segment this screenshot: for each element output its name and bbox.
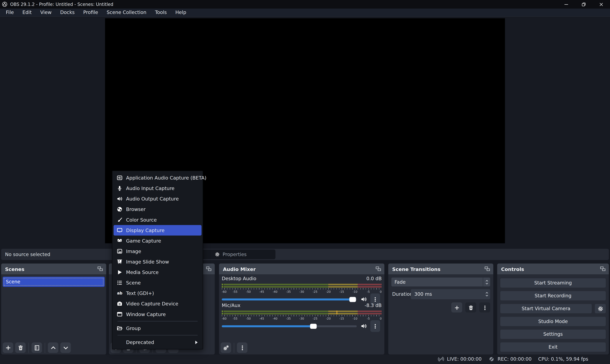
- duration-spinbox[interactable]: 300 ms: [411, 289, 490, 299]
- move-down-button[interactable]: [60, 342, 71, 353]
- obs-main-window: OBS 29.1.2 - Profile: Untitled - Scenes:…: [0, 0, 610, 364]
- audio-mixer-header[interactable]: Audio Mixer: [219, 263, 384, 274]
- start-virtual-camera-button[interactable]: Start Virtual Camera: [500, 304, 592, 313]
- menubar-item-scene-collection[interactable]: Scene Collection: [102, 8, 151, 16]
- menu-item-group[interactable]: Group: [114, 323, 202, 334]
- mixer-channel-db: -8.3 dB: [365, 303, 382, 308]
- menu-item-image[interactable]: Image: [114, 246, 202, 257]
- meter-tick-label: -30: [299, 290, 304, 294]
- transition-buttons: [451, 302, 490, 312]
- minimize-button[interactable]: [557, 0, 575, 9]
- rec-status: REC: 00:00:00: [488, 356, 532, 362]
- popout-icon[interactable]: [98, 266, 103, 272]
- menu-item-window-capture[interactable]: Window Capture: [114, 309, 202, 319]
- meter-scale: -60-55-50-45-40-35-30-25-20-15-10-50: [222, 317, 382, 320]
- menu-item-color-source[interactable]: Color Source: [114, 215, 202, 225]
- duration-label: Duration: [392, 291, 413, 297]
- menubar-item-view[interactable]: View: [36, 8, 56, 16]
- meter-tick-label: -15: [339, 317, 344, 320]
- controls-header[interactable]: Controls: [497, 263, 609, 274]
- menu-item-image-slide-show[interactable]: Image Slide Show: [114, 257, 202, 267]
- broadcast-off-icon: [438, 356, 444, 362]
- audio-mixer-body: Desktop Audio0.0 dB-60-55-50-45-40-35-30…: [219, 274, 384, 354]
- mute-toggle-icon[interactable]: [361, 323, 367, 329]
- volume-slider[interactable]: [222, 325, 357, 327]
- move-up-button[interactable]: [48, 342, 58, 353]
- popout-icon[interactable]: [206, 266, 212, 272]
- menubar-item-profile[interactable]: Profile: [79, 8, 103, 16]
- menu-item-display-capture[interactable]: Display Capture: [114, 225, 202, 235]
- gears-icon: [223, 345, 229, 351]
- meter-tick-label: -10: [352, 290, 357, 294]
- remove-button[interactable]: [15, 342, 26, 353]
- add-button[interactable]: [3, 342, 13, 353]
- source-toolbar-status: No source selected: [5, 249, 50, 260]
- menu-item-media-source[interactable]: Media Source: [114, 267, 202, 277]
- start-streaming-button[interactable]: Start Streaming: [500, 278, 606, 288]
- menu-item-text-gdi[interactable]: abText (GDI+): [114, 288, 202, 299]
- options-button[interactable]: [237, 342, 247, 353]
- virtual-camera-settings-button[interactable]: [595, 304, 606, 313]
- menu-item-audio-output-capture[interactable]: Audio Output Capture: [114, 194, 202, 204]
- popout-icon[interactable]: [600, 266, 606, 272]
- app-audio-icon: [117, 175, 123, 181]
- menu-item-audio-input-capture[interactable]: Audio Input Capture: [114, 183, 202, 194]
- settings-button[interactable]: Settings: [500, 330, 606, 339]
- spinner-arrows-icon[interactable]: [483, 289, 490, 299]
- menubar-item-tools[interactable]: Tools: [151, 8, 171, 16]
- volume-slider[interactable]: [222, 298, 357, 300]
- list-icon: [117, 280, 123, 286]
- meter-tick-label: -5: [367, 290, 370, 294]
- meter-tick-label: -55: [233, 317, 237, 320]
- remove-transition-button[interactable]: [465, 302, 476, 312]
- mute-toggle-icon[interactable]: [361, 296, 367, 302]
- exit-button[interactable]: Exit: [500, 342, 606, 352]
- popout-icon[interactable]: [485, 266, 490, 272]
- filter-icon: [34, 345, 40, 351]
- options-transition-button[interactable]: [479, 302, 490, 312]
- scene-list-item[interactable]: Scene: [3, 277, 105, 287]
- meter-tick-label: -20: [326, 290, 331, 294]
- meter-tick-label: -5: [367, 317, 370, 320]
- menu-item-game-capture[interactable]: Game Capture: [114, 235, 202, 246]
- studio-mode-button[interactable]: Studio Mode: [500, 317, 606, 326]
- properties-button-label: Properties: [223, 252, 247, 257]
- menu-item-deprecated[interactable]: Deprecated: [114, 337, 202, 348]
- duration-value: 300 ms: [411, 291, 483, 297]
- status-bar: LIVE: 00:00:00 REC: 00:00:00 CPU: 0.1%, …: [0, 354, 610, 364]
- menubar-item-file[interactable]: File: [1, 8, 18, 16]
- add-source-context-menu: Application Audio Capture (BETA)Audio In…: [112, 171, 203, 349]
- close-button[interactable]: [593, 0, 610, 9]
- spinner-arrows-icon[interactable]: [483, 277, 490, 286]
- scenes-panel-header[interactable]: Scenes: [1, 263, 106, 274]
- mixer-channel: Mic/Aux-8.3 dB-60-55-50-45-40-35-30-25-2…: [219, 302, 384, 330]
- scene-transitions-panel: Scene Transitions Fade Duration 300 ms: [388, 263, 493, 354]
- start-recording-button[interactable]: Start Recording: [500, 291, 606, 300]
- advanced-audio-button[interactable]: [220, 342, 231, 353]
- volume-slider-handle[interactable]: [349, 297, 356, 302]
- menubar-item-docks[interactable]: Docks: [56, 8, 79, 16]
- restore-button[interactable]: [575, 0, 593, 9]
- meter-tick-label: -50: [246, 290, 251, 294]
- volume-slider-handle[interactable]: [310, 324, 317, 329]
- menu-item-video-capture-device[interactable]: Video Capture Device: [114, 299, 202, 309]
- popout-icon[interactable]: [376, 266, 381, 272]
- transition-select[interactable]: Fade: [391, 277, 490, 286]
- menu-item-application-audio-capture-beta[interactable]: Application Audio Capture (BETA): [114, 172, 202, 183]
- channel-options-button[interactable]: [370, 320, 380, 332]
- mixer-channel-name: Desktop Audio: [222, 276, 256, 281]
- scenes-list: Scene: [1, 274, 106, 354]
- add-transition-button[interactable]: [451, 302, 462, 312]
- scene-filters-button[interactable]: [31, 342, 42, 353]
- scene-transitions-header[interactable]: Scene Transitions: [388, 263, 493, 274]
- menu-bar: FileEditViewDocksProfileScene Collection…: [0, 9, 610, 17]
- menu-item-browser[interactable]: Browser: [114, 204, 202, 214]
- menubar-item-edit[interactable]: Edit: [18, 8, 36, 16]
- meter-tick-label: -40: [273, 290, 277, 294]
- window-title: OBS 29.1.2 - Profile: Untitled - Scenes:…: [10, 2, 113, 7]
- menu-item-scene[interactable]: Scene: [114, 277, 202, 288]
- menubar-item-help[interactable]: Help: [171, 8, 190, 16]
- slideshow-icon: [117, 259, 123, 265]
- mixer-channel-db: 0.0 dB: [366, 276, 382, 281]
- kebab-icon: [239, 345, 245, 351]
